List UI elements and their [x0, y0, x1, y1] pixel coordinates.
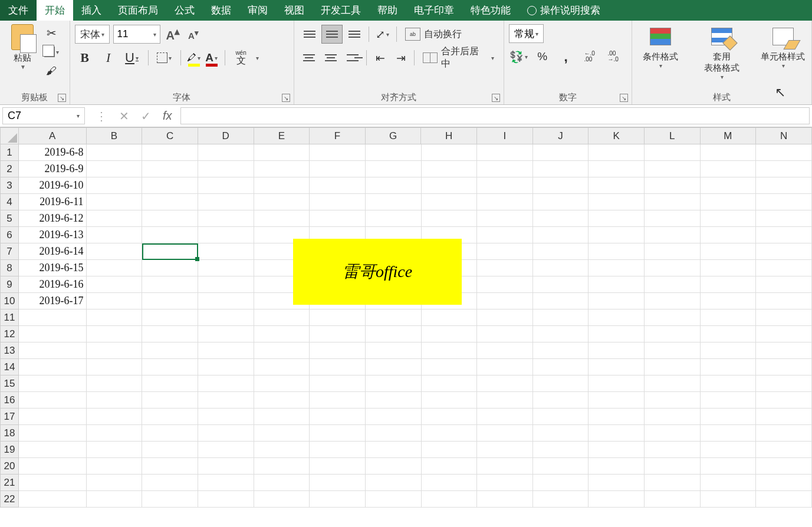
cell[interactable]	[19, 458, 87, 475]
cell[interactable]	[756, 442, 812, 458]
cell[interactable]	[310, 161, 366, 177]
row-header[interactable]: 9	[0, 276, 19, 293]
cell[interactable]	[87, 161, 143, 177]
cell[interactable]	[645, 458, 701, 475]
copy-button[interactable]: ▾	[42, 44, 60, 60]
cell[interactable]	[756, 194, 812, 210]
cell[interactable]	[310, 442, 366, 458]
tab-data[interactable]: 数据	[203, 0, 239, 21]
cell[interactable]	[701, 177, 757, 194]
cell[interactable]	[533, 227, 589, 243]
column-header[interactable]: B	[87, 127, 143, 144]
cell[interactable]	[589, 392, 645, 409]
cell[interactable]	[366, 442, 422, 458]
cell[interactable]	[477, 194, 533, 210]
paste-button[interactable]: 粘贴 ▼	[5, 24, 40, 70]
cell[interactable]	[198, 392, 254, 409]
row-header[interactable]: 6	[0, 227, 19, 243]
cell[interactable]	[142, 376, 198, 392]
cell[interactable]	[198, 243, 254, 260]
cell[interactable]	[254, 326, 310, 342]
row-header[interactable]: 18	[0, 425, 19, 442]
number-launcher[interactable]: ↘	[620, 94, 628, 102]
cell[interactable]	[198, 144, 254, 161]
number-format-select[interactable]: 常规▾	[509, 24, 544, 43]
cell[interactable]	[366, 458, 422, 475]
cell[interactable]	[366, 177, 422, 194]
tab-formulas[interactable]: 公式	[166, 0, 203, 21]
cell[interactable]	[756, 144, 812, 161]
cell[interactable]	[477, 309, 533, 326]
cell[interactable]	[366, 194, 422, 210]
cell[interactable]	[310, 475, 366, 491]
cell[interactable]	[198, 177, 254, 194]
cell[interactable]	[533, 144, 589, 161]
cell[interactable]	[198, 458, 254, 475]
cell[interactable]	[645, 392, 701, 409]
bold-button[interactable]: B	[75, 48, 95, 68]
cell[interactable]	[198, 376, 254, 392]
cell[interactable]	[87, 243, 143, 260]
cell[interactable]	[477, 161, 533, 177]
cell[interactable]: 2019-6-16	[19, 276, 87, 293]
cell[interactable]	[756, 458, 812, 475]
cell[interactable]	[87, 409, 143, 425]
cell[interactable]	[254, 442, 310, 458]
cell[interactable]	[756, 227, 812, 243]
cell[interactable]	[701, 260, 757, 276]
cell[interactable]	[254, 376, 310, 392]
tab-review[interactable]: 审阅	[239, 0, 276, 21]
row-header[interactable]: 22	[0, 491, 19, 508]
row-header[interactable]: 20	[0, 458, 19, 475]
cell[interactable]	[87, 442, 143, 458]
cell[interactable]	[142, 210, 198, 227]
cell[interactable]	[422, 161, 478, 177]
cell[interactable]	[645, 376, 701, 392]
cell[interactable]	[19, 342, 87, 359]
cell[interactable]	[589, 161, 645, 177]
cell[interactable]	[254, 342, 310, 359]
cell[interactable]	[422, 144, 478, 161]
cell[interactable]	[142, 309, 198, 326]
cell[interactable]	[756, 161, 812, 177]
cell[interactable]	[422, 392, 478, 409]
cell[interactable]	[589, 177, 645, 194]
cell[interactable]	[422, 442, 478, 458]
cell[interactable]	[533, 409, 589, 425]
cell[interactable]	[87, 342, 143, 359]
column-header[interactable]: K	[589, 127, 645, 144]
cell[interactable]	[645, 177, 701, 194]
tab-special[interactable]: 特色功能	[462, 0, 519, 21]
cell[interactable]	[198, 260, 254, 276]
cell-grid[interactable]: 2019-6-82019-6-92019-6-102019-6-112019-6…	[19, 144, 812, 508]
cell[interactable]	[198, 293, 254, 309]
cell[interactable]	[366, 210, 422, 227]
cell[interactable]	[142, 392, 198, 409]
cell[interactable]	[87, 293, 143, 309]
column-header[interactable]: C	[142, 127, 198, 144]
row-header[interactable]: 12	[0, 326, 19, 342]
cell[interactable]	[87, 309, 143, 326]
cell[interactable]	[533, 392, 589, 409]
cell[interactable]	[142, 243, 198, 260]
cell[interactable]	[533, 293, 589, 309]
row-header[interactable]: 5	[0, 210, 19, 227]
row-header[interactable]: 1	[0, 144, 19, 161]
tab-seal[interactable]: 电子印章	[406, 0, 462, 21]
column-header[interactable]: F	[310, 127, 366, 144]
cell[interactable]	[589, 309, 645, 326]
cell[interactable]	[756, 491, 812, 508]
cell[interactable]	[422, 409, 478, 425]
cell[interactable]	[422, 309, 478, 326]
cell[interactable]	[87, 227, 143, 243]
cell[interactable]	[366, 309, 422, 326]
cell[interactable]	[477, 442, 533, 458]
column-header[interactable]: G	[366, 127, 422, 144]
cell[interactable]	[254, 409, 310, 425]
row-header[interactable]: 21	[0, 475, 19, 491]
row-header[interactable]: 13	[0, 342, 19, 359]
decrease-indent-button[interactable]: ⇤	[370, 48, 390, 68]
cell[interactable]	[533, 161, 589, 177]
cell[interactable]	[142, 342, 198, 359]
row-header[interactable]: 19	[0, 442, 19, 458]
